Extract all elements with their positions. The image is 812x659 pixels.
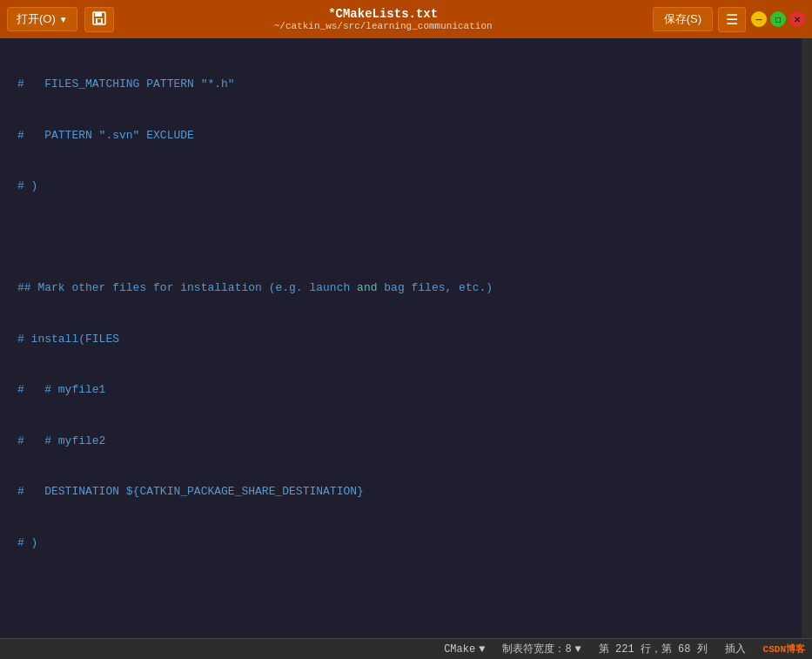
svg-rect-1 xyxy=(95,12,102,17)
titlebar-left: 打开(O) ▼ xyxy=(7,7,114,32)
titlebar-center: *CMakeLists.txt ~/catkin_ws/src/learning… xyxy=(274,7,493,31)
code-line: # PATTERN ".svn" EXCLUDE xyxy=(17,127,795,145)
code-line xyxy=(17,585,795,602)
save-button[interactable]: 保存(S) xyxy=(653,7,713,31)
code-line: # DESTINATION ${CATKIN_PACKAGE_SHARE_DES… xyxy=(17,483,795,501)
code-area[interactable]: # FILES_MATCHING PATTERN "*.h" # PATTERN… xyxy=(10,38,802,638)
code-line xyxy=(17,229,795,246)
filename: *CMakeLists.txt xyxy=(274,7,493,21)
code-line: ## Mark other files for installation (e.… xyxy=(17,279,795,297)
code-line: # install(FILES xyxy=(17,331,795,348)
code-line: # # myfile2 xyxy=(17,433,795,450)
menu-button[interactable]: ☰ xyxy=(718,7,746,32)
tab-width-item: 制表符宽度：8 ▼ xyxy=(502,642,580,656)
open-button[interactable]: 打开(O) ▼ xyxy=(7,7,77,31)
editor-gutter xyxy=(0,38,10,638)
maximize-button[interactable]: □ xyxy=(770,11,786,27)
code-line: # ) xyxy=(17,178,795,195)
filetype-arrow-icon: ▼ xyxy=(479,643,485,656)
titlebar-right: 保存(S) ☰ ─ □ ✕ xyxy=(653,7,805,32)
csdn-item: CSDN博客 xyxy=(763,642,805,656)
titlebar: 打开(O) ▼ *CMakeLists.txt ~/catkin_ws/src/… xyxy=(0,0,812,38)
filetype-label: CMake xyxy=(444,643,475,656)
window-controls: ─ □ ✕ xyxy=(751,11,805,27)
editor-container: # FILES_MATCHING PATTERN "*.h" # PATTERN… xyxy=(0,38,812,638)
code-line: # # myfile1 xyxy=(17,381,795,399)
filetype-item: CMake ▼ xyxy=(444,643,485,656)
open-arrow-icon: ▼ xyxy=(59,15,68,24)
code-line: # ) xyxy=(17,535,795,552)
save-icon-button[interactable] xyxy=(84,7,114,32)
position-item: 第 221 行，第 68 列 xyxy=(599,642,708,656)
cursor-position: 第 221 行，第 68 列 xyxy=(599,642,708,656)
statusbar: CMake ▼ 制表符宽度：8 ▼ 第 221 行，第 68 列 插入 CSDN… xyxy=(0,638,812,659)
floppy-icon xyxy=(92,11,106,25)
close-button[interactable]: ✕ xyxy=(789,11,805,27)
open-label: 打开(O) xyxy=(17,11,56,27)
csdn-label: CSDN博客 xyxy=(763,642,805,656)
scrollbar[interactable] xyxy=(802,38,812,638)
edit-mode: 插入 xyxy=(725,642,746,656)
code-line: ############# xyxy=(17,636,795,639)
minimize-button[interactable]: ─ xyxy=(751,11,767,27)
tab-width-label: 制表符宽度：8 xyxy=(502,642,571,656)
svg-rect-3 xyxy=(97,19,101,23)
code-lines: # FILES_MATCHING PATTERN "*.h" # PATTERN… xyxy=(10,42,802,638)
tab-width-arrow-icon: ▼ xyxy=(575,643,581,656)
filepath: ~/catkin_ws/src/learning_communication xyxy=(274,21,493,31)
mode-item: 插入 xyxy=(725,642,746,656)
code-line: # FILES_MATCHING PATTERN "*.h" xyxy=(17,76,795,93)
